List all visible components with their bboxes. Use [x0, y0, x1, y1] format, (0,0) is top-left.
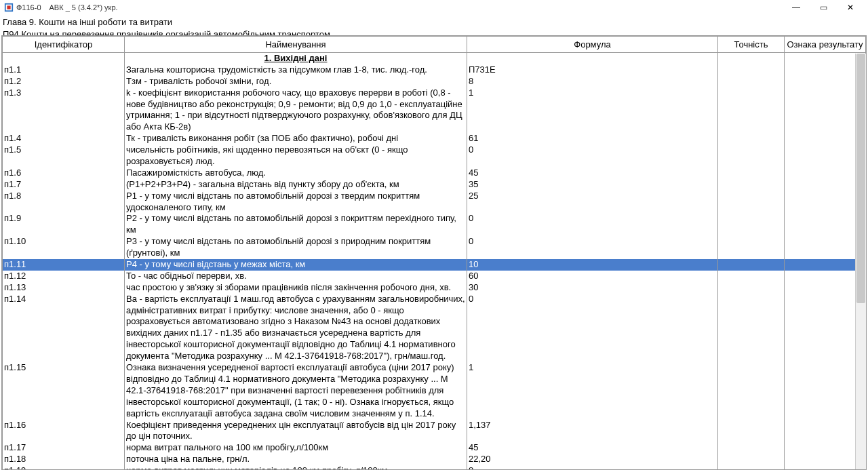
cell-result	[785, 76, 866, 87]
cell-result	[785, 420, 866, 443]
cell-result	[785, 294, 866, 362]
table-row[interactable]: п1.8Р1 - у тому числі відстань по автомо…	[2, 191, 866, 214]
cell-accuracy	[718, 271, 785, 282]
cell-result	[785, 362, 866, 419]
table-row[interactable]: п1.12То - час обідньої перерви, хв.60	[2, 271, 866, 282]
cell-name: k - коефіцієнт використання робочого час…	[125, 87, 467, 134]
cell-formula: 30	[467, 282, 718, 294]
cell-id: п1.7	[3, 179, 125, 191]
table-row[interactable]: п1.9Р2 - у тому числі відстань по автомо…	[2, 213, 866, 236]
cell-result	[785, 465, 866, 469]
cell-id: п1.19	[3, 465, 125, 469]
cell-accuracy	[718, 213, 785, 236]
cell-name: То - час обідньої перерви, хв.	[125, 271, 467, 282]
cell-formula: 0	[467, 236, 718, 259]
table-row[interactable]: п1.7(Р1+Р2+Р3+Р4) - загальна відстань ві…	[2, 179, 866, 191]
maximize-button[interactable]: ▭	[810, 0, 837, 15]
cell-id: п1.8	[3, 191, 125, 214]
table-header-row: Ідентифікатор Найменування Формула Точні…	[3, 37, 866, 53]
table-row[interactable]: п1.17норма витрат пального на 100 км про…	[2, 442, 866, 454]
cell-id: п1.2	[3, 76, 125, 87]
table-row[interactable]: п1.1Загальна кошторисна трудомісткість з…	[2, 64, 866, 76]
vertical-scrollbar[interactable]	[855, 54, 866, 469]
cell-id: п1.9	[3, 213, 125, 236]
minimize-button[interactable]: —	[783, 0, 810, 15]
cell-name: норма витрат пального на 100 км пробігу,…	[125, 442, 467, 454]
cell-result	[785, 259, 866, 271]
data-table: Ідентифікатор Найменування Формула Точні…	[2, 36, 866, 469]
table-row[interactable]: п1.2Тзм - тривалість робочої зміни, год.…	[2, 76, 866, 87]
cell-result	[785, 64, 866, 76]
table-row[interactable]: п1.16Коефіцієнт приведення усереднених ц…	[2, 420, 866, 443]
cell-formula: 45	[467, 168, 718, 179]
cell-id: п1.18	[3, 454, 125, 465]
cell-id: п1.17	[3, 442, 125, 454]
cell-result	[785, 87, 866, 134]
table-row[interactable]: п1.11Р4 - у тому числі відстань у межах …	[2, 259, 866, 271]
table-row[interactable]: п1.3k - коефіцієнт використання робочого…	[2, 87, 866, 134]
cell-name: Р2 - у тому числі відстань по автомобіль…	[125, 213, 467, 236]
cell-formula: 22,20	[467, 454, 718, 465]
cell-result	[785, 213, 866, 236]
table-row[interactable]: п1.4Тк - тривалість виконання робіт (за …	[2, 133, 866, 144]
cell-name: Коефіцієнт приведення усереднених цін ек…	[125, 420, 467, 443]
close-button[interactable]: ✕	[837, 0, 864, 15]
cell-formula: 0	[467, 144, 718, 168]
cell-accuracy	[718, 168, 785, 179]
cell-formula: 0	[467, 213, 718, 236]
window-app-title: АВК _ 5 (3.4.2*) укр.	[50, 3, 118, 12]
cell-name: Ва - вартість експлуатації 1 маш.год авт…	[125, 294, 467, 362]
cell-id: п1.11	[3, 259, 125, 271]
cell-name: норма витрат мастильних матеріалів на 10…	[125, 465, 467, 469]
cell-formula: 1	[467, 362, 718, 419]
cell-name: Р1 - у тому числі відстань по автомобіль…	[125, 191, 467, 214]
col-header-name[interactable]: Найменування	[125, 37, 467, 53]
cell-accuracy	[718, 362, 785, 419]
col-header-id[interactable]: Ідентифікатор	[3, 37, 125, 53]
cell-formula: 8	[467, 76, 718, 87]
cell-accuracy	[718, 191, 785, 214]
cell-formula: 60	[467, 271, 718, 282]
table-body: 1. Вихідні даніп1.1Загальна кошторисна т…	[2, 53, 866, 469]
cell-name: Ознака визначення усередненої вартості е…	[125, 362, 467, 419]
cell-name: Тзм - тривалість робочої зміни, год.	[125, 76, 467, 87]
cell-formula: 10	[467, 259, 718, 271]
cell-accuracy	[718, 133, 785, 144]
cell-formula: 35	[467, 179, 718, 191]
cell-accuracy	[718, 282, 785, 294]
scroll-thumb[interactable]	[856, 54, 865, 303]
col-header-accuracy[interactable]: Точність	[718, 37, 785, 53]
cell-name: час простою у зв'язку зі зборами працівн…	[125, 282, 467, 294]
cell-result	[785, 168, 866, 179]
cell-accuracy	[718, 87, 785, 134]
cell-formula: 1	[467, 87, 718, 134]
table-row[interactable]: п1.19норма витрат мастильних матеріалів …	[2, 465, 866, 469]
cell-result	[785, 271, 866, 282]
cell-result	[785, 191, 866, 214]
cell-result	[785, 442, 866, 454]
table-row[interactable]: п1.14Ва - вартість експлуатації 1 маш.го…	[2, 294, 866, 362]
table-row[interactable]: п1.18поточна ціна на пальне, грн/л.22,20	[2, 454, 866, 465]
cell-id: п1.6	[3, 168, 125, 179]
col-header-result[interactable]: Ознака результату	[785, 37, 866, 53]
cell-id: п1.1	[3, 64, 125, 76]
window-controls: — ▭ ✕	[783, 0, 864, 15]
table-row[interactable]: п1.15Ознака визначення усередненої варто…	[2, 362, 866, 419]
table-row[interactable]: п1.13час простою у зв'язку зі зборами пр…	[2, 282, 866, 294]
cell-id: п1.15	[3, 362, 125, 419]
cell-result	[785, 133, 866, 144]
cell-id: п1.3	[3, 87, 125, 134]
section-title: 1. Вихідні дані	[125, 53, 467, 64]
cell-accuracy	[718, 259, 785, 271]
table-row[interactable]: п1.10Р3 - у тому числі відстань по автом…	[2, 236, 866, 259]
table-row[interactable]: п1.6Пасажиромісткість автобуса, люд.45	[2, 168, 866, 179]
cell-name: Загальна кошторисна трудомісткість за пі…	[125, 64, 467, 76]
cell-formula: 25	[467, 191, 718, 214]
col-header-formula[interactable]: Формула	[467, 37, 718, 53]
table-row[interactable]: п1.5чисельність робітників, які щоденно …	[2, 144, 866, 168]
cell-accuracy	[718, 144, 785, 168]
cell-result	[785, 179, 866, 191]
cell-id: п1.12	[3, 271, 125, 282]
cell-result	[785, 236, 866, 259]
cell-id: п1.4	[3, 133, 125, 144]
